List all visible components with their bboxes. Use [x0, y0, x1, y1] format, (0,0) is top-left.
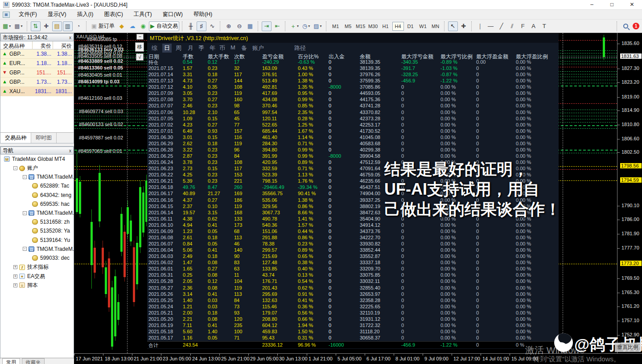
maximize-button[interactable]: □ — [602, 0, 622, 10]
tree-item-EA[interactable]: +✦EA交易 — [13, 273, 85, 281]
tile-windows-button[interactable]: ▦ — [245, 21, 255, 31]
trendline-button[interactable]: ╱ — [497, 21, 506, 31]
price-axis[interactable]: 1835.601831.631827.301823.201819.001814.… — [617, 33, 642, 353]
line-chart-button[interactable]: ∿ — [207, 21, 217, 31]
expand-icon[interactable]: + — [13, 265, 17, 269]
chart-shift-toggle[interactable]: ⇤ — [272, 21, 282, 31]
timeframe-m30[interactable]: M30 — [367, 22, 379, 31]
stats-tab-路径[interactable]: 路径 — [292, 44, 308, 53]
menu-item-F[interactable]: 文件(F) — [13, 10, 42, 19]
candlestick-chart-button[interactable]: ♯ — [197, 21, 206, 31]
metaeditor-button[interactable]: ◆ — [117, 21, 127, 31]
menu-item-C[interactable]: 图表(C) — [99, 10, 128, 19]
stats-tab-周[interactable]: 周 — [174, 44, 183, 53]
ea-check-button[interactable]: √ — [136, 53, 144, 61]
menu-item-I[interactable]: 插入(I) — [72, 10, 99, 19]
close-icon[interactable]: x — [69, 148, 71, 153]
tab-即时图[interactable]: 即时图 — [31, 133, 57, 143]
timeframe-d1[interactable]: D1 — [405, 22, 416, 31]
tree-item-659535hac[interactable]: 659535: hac — [32, 200, 103, 209]
stats-tab-M[interactable]: M — [229, 44, 237, 51]
expand-icon[interactable]: + — [13, 283, 17, 287]
stats-tab-季[interactable]: 季 — [197, 44, 206, 53]
ea-minimize-button[interactable]: − — [136, 34, 144, 40]
vertical-line-button[interactable]: ｜ — [475, 21, 485, 31]
stats-tab-账户[interactable]: 账户 — [251, 44, 266, 53]
tree-item-599033dec[interactable]: 599033: dec — [32, 254, 103, 263]
zoom-out-button[interactable]: ⊖ — [235, 21, 244, 31]
collapse-icon[interactable]: - — [23, 175, 27, 179]
timeframe-m15[interactable]: M15 — [355, 22, 366, 31]
timeframe-mn[interactable]: MN — [430, 22, 441, 31]
tab-交易品种[interactable]: 交易品种 — [0, 133, 31, 143]
stats-tab-日[interactable]: 日 — [162, 44, 172, 53]
tree-item-[interactable]: +f技术指标 — [13, 263, 85, 272]
periods-button[interactable]: ◷▾ — [301, 21, 311, 31]
tree-item-5139164Yu[interactable]: 5139164: Yu — [32, 237, 103, 245]
notification-badge[interactable]: 1 — [633, 23, 639, 29]
profiles-button[interactable]: ▩▾ — [13, 21, 24, 31]
menu-item-V[interactable]: 显示(V) — [42, 10, 72, 19]
timeframe-m1[interactable]: M1 — [330, 22, 342, 31]
tree-item-643042teng[interactable]: 643042: teng — [32, 192, 103, 200]
menu-item-W[interactable]: 窗口(W) — [157, 10, 188, 19]
timeframe-h1[interactable]: H1 — [380, 22, 391, 31]
auto-scroll-toggle[interactable]: ⇥ — [262, 21, 272, 31]
crosshair-button[interactable]: ✚ — [459, 21, 469, 31]
close-icon[interactable]: x — [69, 35, 71, 40]
text-button[interactable]: A — [529, 21, 539, 31]
timeframe-m5[interactable]: M5 — [342, 22, 354, 31]
signals-button[interactable]: ◉ — [138, 21, 148, 31]
expand-icon[interactable]: + — [13, 274, 17, 278]
stats-tab-备[interactable]: 备 — [239, 44, 249, 53]
tree-item-TMGMTradeM[interactable]: -▤TMGM.TradeM... — [23, 245, 94, 254]
ea-move-button[interactable]: 移 — [135, 42, 144, 52]
horizontal-line-button[interactable]: — — [486, 21, 496, 31]
minimize-button[interactable]: – — [582, 0, 602, 10]
quote-row-GBP[interactable]: ▲GBP...1.38...1.38... — [0, 49, 74, 59]
quote-row-GBP[interactable]: ▼GBP...151....151.... — [0, 68, 74, 78]
data-window-button[interactable]: ✚ — [41, 21, 51, 31]
navigator-toggle[interactable]: ▤ — [52, 21, 62, 31]
tab-收藏夹[interactable]: 收藏夹 — [22, 358, 45, 364]
collapse-icon[interactable]: - — [23, 247, 27, 251]
fibonacci-button[interactable]: F — [518, 21, 528, 31]
templates-button[interactable]: ▨▾ — [312, 21, 323, 31]
quote-row-EUR[interactable]: ▲EUR...1.18...1.18... — [0, 59, 74, 68]
quote-row-XAU[interactable]: ▲XAU...1831...1831... — [0, 87, 74, 96]
tree-item-5135208Ya[interactable]: 5135208: Ya — [32, 228, 103, 236]
tree-item-652889Tac[interactable]: 652889: Tac — [32, 183, 103, 191]
tree-item-[interactable]: +≡脚本 — [13, 282, 85, 290]
terminal-toggle[interactable]: ▥ — [63, 21, 73, 31]
indicators-button[interactable]: ＋▾ — [289, 21, 300, 31]
collapse-icon[interactable]: - — [13, 166, 17, 170]
timeframe-h4[interactable]: H4 — [392, 22, 404, 31]
stats-tab-币[interactable]: 币 — [218, 44, 227, 53]
new-chart-button[interactable]: ▦▾ — [1, 21, 12, 31]
market-watch-header[interactable]: 市场报价: 11:34:42 x — [0, 33, 74, 41]
cursor-button[interactable]: ↖ — [448, 21, 458, 31]
text-label-button[interactable]: T — [539, 21, 549, 31]
quote-row-GBP[interactable]: ▲GBP...1.73...1.73... — [0, 78, 74, 87]
search-button[interactable] — [621, 21, 630, 31]
autotrading-button[interactable]: ▶自动交易 — [149, 21, 179, 31]
navigator-header[interactable]: 导航 x — [0, 147, 74, 155]
bar-chart-button[interactable]: ╫ — [186, 21, 196, 31]
mw-column-0[interactable]: 交易品种 — [3, 42, 25, 50]
close-button[interactable]: ✕ — [622, 0, 642, 10]
mw-column-1[interactable]: 卖价 — [33, 42, 51, 50]
market-watch-toggle[interactable]: ⇅ — [31, 21, 41, 31]
stats-tab-月[interactable]: 月 — [186, 44, 195, 53]
strategy-tester-button[interactable]: ◔ — [74, 21, 83, 31]
mql5-community-button[interactable]: ☁ — [128, 21, 137, 31]
tree-item-TMGMTradeM[interactable]: -▤TMGM.TradeM... — [23, 209, 94, 218]
tree-item-[interactable]: -账户 — [13, 164, 85, 173]
stats-tab-综[interactable]: 综 — [150, 44, 159, 53]
timeframe-w1[interactable]: W1 — [417, 22, 429, 31]
tree-item-TradeMaxGlobalMT4[interactable]: MTradeMax Global MT4 — [4, 155, 75, 164]
zoom-in-button[interactable]: ⊕ — [224, 21, 234, 31]
menu-item-H[interactable]: 帮助(H) — [188, 10, 218, 19]
equidistant-channel-button[interactable]: ⫽ — [507, 21, 517, 31]
tree-item-TMGMTradeM[interactable]: -▤TMGM.TradeM... — [23, 173, 94, 182]
stats-tab-年[interactable]: 年 — [208, 44, 217, 53]
